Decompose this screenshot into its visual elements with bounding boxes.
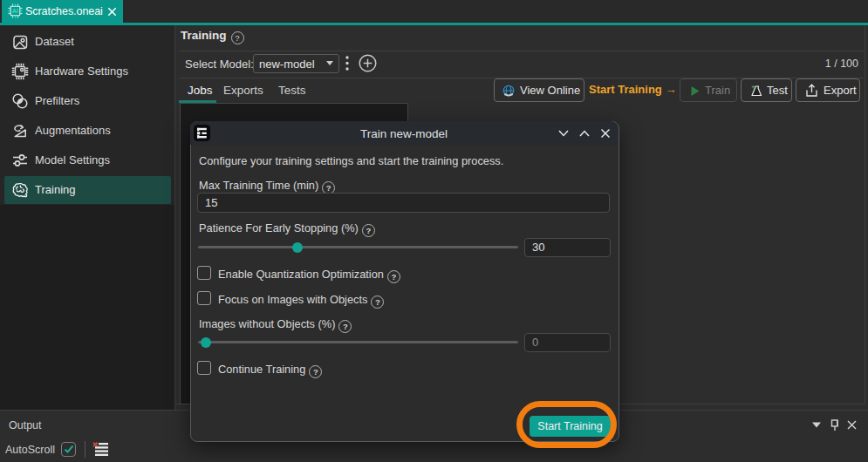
svg-text:AI: AI <box>12 8 18 14</box>
